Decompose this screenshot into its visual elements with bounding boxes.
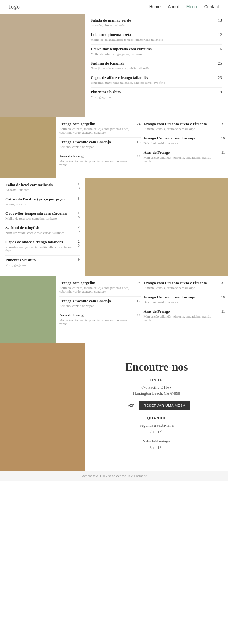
menu-item-info: Frango com Pimenta Preta e PimentaPiment… [144,280,218,290]
menu-item: Copos de alface e frango tailandêsPiment… [5,240,80,252]
menu-item-info: Frango Crocante com LaranjaBok choi cozi… [144,136,218,145]
menu-item-price: 9 [220,90,222,94]
menu-item-price: 11 [221,309,225,314]
menu-item-desc: Yuzu, gergelim [91,95,217,99]
menu-item: Folha de betel caramelizadaAbacaxi, Pime… [5,182,80,192]
menu-item-price: 23 [218,75,222,80]
menu-item: Asas de FrangoManjericão tailandês, pime… [144,150,225,163]
menu-item-info: Sashimi de KingfishNam jim verde, coco e… [91,61,215,70]
menu-item-name: Frango Crocante com Laranja [59,298,134,303]
menu-item-name: Sashimi de Kingfish [91,61,215,66]
section-2: Frango com gergelimBerinjela chinesa, mo… [0,117,228,178]
menu-item: Couve-flor temperada com cúrcumaMolho de… [5,211,80,220]
menu-item-desc: Molho de galanga, arroz torrado, manjeri… [91,38,215,41]
menu-item-price: 16 [137,139,141,144]
menu-item-info: Frango com gergelimBerinjela chinesa, mo… [59,121,134,134]
people-image [0,343,85,471]
left-menu-panel-3: Folha de betel caramelizadaAbacaxi, Pime… [0,178,85,276]
menu-item: Sashimi de KingfishNam jim verde, coco e… [91,61,222,70]
menu-item: Sashimi de KingfishNam jim verde, coco e… [5,225,80,234]
menu-item-desc: Berinjela chinesa, molho de soja com pim… [59,286,134,293]
menu-item: Frango Crocante com LaranjaBok choi cozi… [59,298,141,308]
menu-panel-1: Salada de mamão verdecamarão, pimenta e … [85,14,228,117]
menu-item-name: Asas de Frango [59,313,134,318]
menu-item-desc: Bok choi cozido no vapor [59,304,134,308]
menu-item-info: Asas de FrangoManjericão tailandês, pime… [59,154,134,167]
menu-item-price: 16 [221,295,225,300]
menu-item-info: Frango com Pimenta Preta e PimentaPiment… [144,121,218,131]
menu-item: Couve-flor temperada com cúrcumaMolho de… [91,47,222,56]
menu-item-desc: Manjericão tailandês, pimenta, amendoim,… [59,159,134,167]
menu-item: Pimentas ShishitoYuzu, gergelim9 [5,258,80,267]
menu-item-price: 16 [137,298,141,303]
reservar-button[interactable]: RESERVAR UMA MESA [139,401,190,410]
nav-home[interactable]: Home [149,4,161,9]
menu-item: Frango Crocante com LaranjaBok choi cozi… [144,295,225,304]
menu-item-info: Salada de mamão verdecamarão, pimenta e … [91,18,215,27]
nav-about[interactable]: About [168,4,179,9]
two-col-menu-4: Frango com gergelimBerinjela chinesa, mo… [56,276,228,343]
nav-contact[interactable]: Contact [204,4,219,9]
logo: logo [9,4,20,10]
menu-item-name: Frango Crocante com Laranja [144,295,218,300]
menu-col-2-left: Frango com gergelimBerinjela chinesa, mo… [59,121,141,174]
menu-item-info: Frango com gergelimBerinjela chinesa, mo… [59,280,134,293]
section-4: Frango com gergelimBerinjela chinesa, mo… [0,276,228,343]
menu-item-price: 11 [221,150,225,155]
menu-item-desc: Bok choi cozido no vapor [59,145,134,149]
find-us-title: Encontre-nos [125,361,188,373]
menu-item-name: Salada de mamão verde [91,18,215,23]
menu-item-name: Lula com pimenta preta [91,32,215,37]
menu-item-price: 31 [221,121,225,126]
menu-item-info: Pimentas ShishitoYuzu, gergelim [91,90,217,99]
restaurant-image [85,178,228,276]
menu-item-name: Frango Crocante com Laranja [144,136,218,141]
menu-item: Salada de mamão verdecamarão, pimenta e … [91,18,222,27]
menu-item-info: Frango Crocante com LaranjaBok choi cozi… [144,295,218,304]
menu-item-desc: Molho de tofu com gergelim, furikake [91,52,215,56]
menu-item: Frango Crocante com LaranjaBok choi cozi… [144,136,225,145]
menu-item: Frango com Pimenta Preta e PimentaPiment… [144,280,225,290]
ver-button[interactable]: VER [123,401,139,410]
menu-item-desc: Manjericão tailandês, pimenta, amendoim,… [144,315,218,322]
menu-item-price: 13 [218,18,222,23]
find-us-section: Encontre-nos ONDE 676 Pacific C Hwy Hunt… [0,343,228,471]
nav-links: Home About Menu Contact [149,4,219,9]
menu-item-price: 31 [221,280,225,285]
food-plate-image [0,14,85,117]
menu-item-info: Lula com pimenta pretaMolho de galanga, … [91,32,215,41]
find-us-content: Encontre-nos ONDE 676 Pacific C Hwy Hunt… [85,343,228,471]
menu-item-price: 11 [137,154,141,159]
menu-item: Asas de FrangoManjericão tailandês, pime… [59,313,141,326]
menu-item-desc: Bok choi cozido no vapor [144,141,218,145]
weekdays-info: Segunda a sexta-feira 7h – 18h [140,422,174,435]
two-col-menu-2: Frango com gergelimBerinjela chinesa, mo… [56,117,228,178]
menu-item-name: Asas de Frango [144,309,218,314]
menu-item-desc: Berinjela chinesa, molho de soja com pim… [59,127,134,134]
menu-item: Lula com pimenta pretaMolho de galanga, … [91,32,222,41]
button-group: VER RESERVAR UMA MESA [123,401,190,410]
menu-item-name: Couve-flor temperada com cúrcuma [91,47,215,51]
menu-item-info: Asas de FrangoManjericão tailandês, pime… [144,150,218,163]
menu-item-desc: Bok choi cozido no vapor [144,300,218,304]
menu-item-info: Asas de FrangoManjericão tailandês, pime… [59,313,134,326]
outdoor-image [0,276,56,343]
menu-item-desc: Pimenta, cebola, broto de bambu, aipo [144,286,218,290]
menu-item-info: Asas de FrangoManjericão tailandês, pime… [144,309,218,322]
menu-item-name: Frango com gergelim [59,121,134,126]
footer-sample-text: Sample text. Click to select the Text El… [0,471,228,481]
menu-item-price: 12 [218,32,222,37]
nav-menu[interactable]: Menu [186,4,197,9]
menu-item-desc: camarão, pimenta e limão [91,23,215,27]
menu-item-name: Asas de Frango [59,154,134,159]
menu-col-4-left: Frango com gergelimBerinjela chinesa, mo… [59,280,141,339]
section-3: Folha de betel caramelizadaAbacaxi, Pime… [0,178,228,276]
menu-item-name: Frango Crocante com Laranja [59,139,134,144]
menu-item: Frango com Pimenta Preta e PimentaPiment… [144,121,225,131]
menu-col-2-right: Frango com Pimenta Preta e PimentaPiment… [144,121,225,174]
menu-item-price: 24 [137,121,141,126]
quando-label: QUANDO [147,416,166,420]
menu-item-price: 24 [137,280,141,285]
menu-item-info: Copos de alface e frango tailandêsPiment… [91,75,215,84]
menu-item: Ostras do Pacífico (preço por peça)Ponzu… [5,197,80,206]
